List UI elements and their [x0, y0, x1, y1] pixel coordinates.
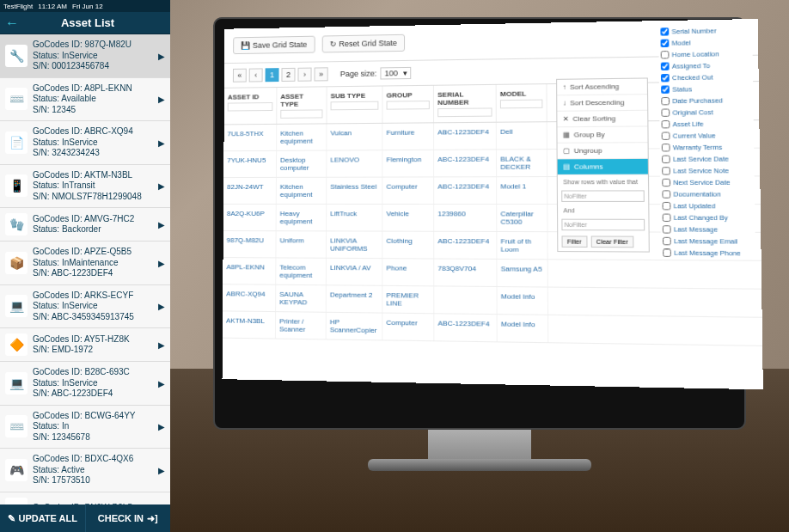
- filter-condition-2[interactable]: NoFilter: [561, 219, 645, 231]
- check-in-button[interactable]: CHECK IN ➜]: [86, 504, 171, 532]
- column-chooser-item[interactable]: Asset Life: [659, 118, 754, 130]
- column-chooser-item[interactable]: Last Message Phone: [661, 247, 755, 259]
- column-checkbox[interactable]: [661, 85, 670, 93]
- column-checkbox[interactable]: [663, 214, 671, 222]
- column-checkbox[interactable]: [662, 120, 670, 128]
- asset-list[interactable]: 🔧GoCodes ID: 987Q-M82UStatus: InServiceS…: [0, 34, 170, 504]
- update-all-button[interactable]: ✎ UPDATE ALL: [0, 504, 86, 532]
- column-header[interactable]: ASSET ID: [224, 88, 278, 124]
- asset-id: GoCodes ID: B28C-693C: [33, 367, 130, 378]
- filter-condition-1[interactable]: NoFilter: [561, 190, 645, 202]
- asset-list-item[interactable]: 💻GoCodes ID: B28C-693CStatus: InServiceS…: [0, 362, 170, 406]
- column-chooser-item[interactable]: Last Changed By: [660, 211, 755, 223]
- column-checkbox[interactable]: [662, 167, 670, 174]
- asset-list-item[interactable]: 🎮GoCodes ID: BDXC-4QX6Status: ActiveS/N:…: [0, 449, 170, 492]
- asset-list-item[interactable]: ⌨️GoCodes ID: A8PL-EKNNStatus: Available…: [0, 78, 170, 122]
- asset-list-item[interactable]: 📦GoCodes ID: APZE-Q5B5Status: InMaintena…: [0, 242, 170, 285]
- column-checkbox[interactable]: [661, 63, 670, 70]
- column-checkbox[interactable]: [661, 51, 670, 58]
- column-chooser-label: Status: [672, 85, 692, 94]
- asset-thumbnail-icon: [5, 498, 28, 505]
- column-checkbox[interactable]: [663, 225, 671, 233]
- column-filter-input[interactable]: [500, 100, 542, 109]
- column-checkbox[interactable]: [662, 156, 670, 163]
- asset-id: GoCodes ID: A8PL-EKNN: [33, 83, 132, 95]
- pager-button[interactable]: »: [315, 67, 328, 81]
- column-chooser-label: Model: [672, 39, 691, 47]
- column-chooser-item[interactable]: Last Service Note: [660, 165, 755, 177]
- column-header[interactable]: SERIAL NUMBER: [434, 85, 497, 122]
- column-chooser-label: Home Location: [672, 50, 719, 58]
- column-checkbox[interactable]: [662, 144, 670, 151]
- column-chooser-item[interactable]: Last Service Date: [660, 153, 755, 165]
- sort-ascending-item[interactable]: ↑Sort Ascending: [557, 78, 647, 95]
- pager-button[interactable]: «: [233, 69, 247, 83]
- column-chooser-item[interactable]: Last Message: [661, 223, 755, 235]
- back-arrow-icon[interactable]: ←: [5, 15, 19, 31]
- table-row[interactable]: AKTM-N3BLPrinter / ScannerHP ScannerCopi…: [223, 311, 762, 346]
- column-chooser-item[interactable]: Date Purchased: [659, 95, 753, 107]
- asset-list-item[interactable]: 📱GoCodes ID: AKTM-N3BLStatus: InTransitS…: [0, 165, 170, 209]
- page-size-select[interactable]: 100 ▾: [380, 67, 411, 80]
- asset-list-item[interactable]: 🧤GoCodes ID: AMVG-7HC2Status: Backorder▶: [0, 208, 170, 242]
- column-header[interactable]: SUB TYPE: [327, 86, 382, 123]
- asset-list-item[interactable]: 💻GoCodes ID: ARKS-ECYFStatus: InServiceS…: [0, 285, 170, 329]
- column-chooser-item[interactable]: Last Updated: [660, 200, 755, 212]
- column-filter-input[interactable]: [280, 109, 322, 118]
- asset-list-item[interactable]: GoCodes ID: BN9W-B2L5▶: [0, 492, 170, 505]
- table-cell: AKTM-N3BL: [223, 311, 276, 338]
- column-chooser-item[interactable]: Checked Out: [659, 71, 753, 84]
- asset-serial: S/N: 3243234243: [33, 148, 133, 159]
- column-checkbox[interactable]: [663, 248, 671, 257]
- column-header[interactable]: ASSET TYPE: [277, 87, 327, 124]
- column-filter-input[interactable]: [437, 107, 492, 117]
- column-chooser-item[interactable]: Original Cost: [659, 106, 754, 119]
- column-checkbox[interactable]: [661, 40, 670, 47]
- column-checkbox[interactable]: [660, 28, 669, 35]
- column-chooser-item[interactable]: Next Service Date: [660, 176, 755, 188]
- column-chooser-item[interactable]: Documentation: [660, 188, 755, 200]
- column-filter-input[interactable]: [331, 101, 379, 111]
- column-checkbox[interactable]: [661, 108, 670, 116]
- pager-button[interactable]: 2: [281, 68, 295, 82]
- column-chooser-item[interactable]: Warranty Terms: [660, 141, 755, 153]
- group-by-item[interactable]: ▦Group By: [557, 126, 647, 143]
- column-checkbox[interactable]: [662, 179, 670, 187]
- columns-item[interactable]: ▤Columns: [558, 159, 648, 175]
- column-checkbox[interactable]: [663, 202, 671, 210]
- table-cell: ABC-1223DEF4: [434, 123, 497, 150]
- asset-list-item[interactable]: 🔶GoCodes ID: AY5T-HZ8KS/N: EMD-1972▶: [0, 328, 170, 362]
- status-time: 11:12 AM: [38, 3, 67, 10]
- column-checkbox[interactable]: [662, 190, 670, 198]
- pager-button[interactable]: ‹: [249, 68, 263, 82]
- save-grid-state-button[interactable]: 💾 Save Grid State: [233, 36, 315, 54]
- column-chooser-item[interactable]: Status: [659, 83, 753, 95]
- clear-filter-button[interactable]: Clear Filter: [590, 235, 633, 248]
- asset-list-item[interactable]: 🔧GoCodes ID: 987Q-M82UStatus: InServiceS…: [0, 34, 170, 78]
- column-checkbox[interactable]: [662, 131, 670, 139]
- column-checkbox[interactable]: [661, 74, 670, 82]
- reset-grid-state-button[interactable]: ↻ Reset Grid State: [321, 34, 405, 53]
- column-header[interactable]: MODEL: [497, 84, 547, 122]
- sort-descending-item[interactable]: ↓Sort Descending: [557, 95, 647, 112]
- pager-button[interactable]: 1: [266, 68, 279, 82]
- asset-text: GoCodes ID: A8PL-EKNNStatus: AvailableS/…: [33, 83, 132, 116]
- column-chooser-item[interactable]: Last Message Email: [661, 235, 755, 248]
- filter-button[interactable]: Filter: [561, 235, 587, 248]
- app-header: ← Asset List: [0, 12, 170, 34]
- column-filter-input[interactable]: [228, 102, 273, 111]
- asset-text: GoCodes ID: 987Q-M82UStatus: InServiceS/…: [33, 40, 132, 72]
- column-header[interactable]: GROUP: [382, 86, 434, 123]
- ungroup-item[interactable]: ▢Ungroup: [558, 143, 648, 159]
- pager-button[interactable]: ›: [297, 68, 311, 82]
- group-icon: ▦: [563, 131, 571, 138]
- column-chooser-item[interactable]: Current Value: [659, 130, 754, 142]
- column-filter-input[interactable]: [387, 101, 430, 110]
- asset-id: GoCodes ID: BN9W-B2L5: [33, 503, 132, 504]
- clear-sorting-item[interactable]: ✕Clear Sorting: [557, 111, 647, 128]
- column-checkbox[interactable]: [661, 97, 670, 105]
- asset-list-item[interactable]: ⌨️GoCodes ID: BCWG-64YYStatus: InS/N: 12…: [0, 406, 170, 449]
- column-checkbox[interactable]: [663, 237, 671, 245]
- update-all-label: UPDATE ALL: [19, 513, 77, 523]
- asset-list-item[interactable]: 📄GoCodes ID: ABRC-XQ94Status: InServiceS…: [0, 121, 170, 165]
